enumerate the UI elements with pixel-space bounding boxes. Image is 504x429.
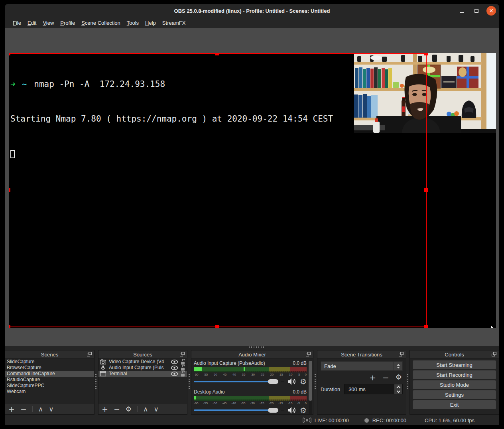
- menu-item-scene-collection[interactable]: Scene Collection: [78, 19, 124, 27]
- exit-button[interactable]: Exit: [413, 400, 496, 409]
- spinner-arrows-icon[interactable]: [394, 384, 402, 394]
- menu-item-profile[interactable]: Profile: [57, 19, 78, 27]
- speaker-icon: [287, 378, 296, 385]
- selection-handle[interactable]: [215, 325, 219, 328]
- toolbar-separator: [137, 406, 138, 412]
- scene-transitions-header[interactable]: Scene Transitions: [317, 350, 406, 359]
- scene-item-webcam[interactable]: Webcam: [5, 389, 94, 395]
- obs-window: OBS 25.0.8-modified (linux) - Profile: U…: [5, 4, 499, 425]
- audio-mixer-panel: Audio Mixer Audio Input Capture (PulseAu…: [191, 350, 313, 415]
- source-label: Terminal: [109, 371, 170, 377]
- visibility-toggle[interactable]: [171, 360, 178, 364]
- source-gear-icon[interactable]: ⚙: [126, 406, 132, 413]
- title-bar[interactable]: OBS 25.0.8-modified (linux) - Profile: U…: [5, 4, 499, 18]
- audio-mixer-header[interactable]: Audio Mixer: [191, 350, 313, 359]
- video-canvas[interactable]: ➜~nmap -Pn -A 172.24.93.158 Starting Nma…: [9, 53, 496, 328]
- meter-tick-labels: -60-55-50-45-40-35-30-25-20-15-10-50: [194, 401, 307, 405]
- slider-thumb[interactable]: [268, 408, 278, 413]
- selection-handle[interactable]: [9, 188, 10, 192]
- start-streaming-button[interactable]: Start Streaming: [413, 360, 496, 369]
- controls-title: Controls: [445, 352, 464, 358]
- selection-handle[interactable]: [424, 325, 428, 328]
- source-up-button[interactable]: ∧: [143, 406, 148, 413]
- selection-handle[interactable]: [9, 325, 10, 328]
- lock-toggle[interactable]: [180, 365, 185, 371]
- source-item-video-capture-device-v4[interactable]: Video Capture Device (V4: [98, 359, 187, 365]
- sources-panel: Sources Video Capture Device (V4Audio In…: [98, 350, 187, 415]
- volume-meter: [194, 367, 307, 371]
- source-item-audio-input-capture-puls[interactable]: Audio Input Capture (Puls: [98, 365, 187, 371]
- dock-resize-handle[interactable]: [189, 374, 190, 391]
- volume-meter: [194, 396, 307, 399]
- popout-icon[interactable]: [399, 352, 404, 356]
- controls-header[interactable]: Controls: [410, 350, 499, 359]
- eye-icon: [171, 360, 178, 364]
- selection-handle[interactable]: [424, 188, 428, 192]
- scene-up-button[interactable]: ∧: [38, 406, 43, 413]
- source-down-button[interactable]: ∨: [154, 406, 159, 413]
- scenes-title: Scenes: [41, 352, 58, 358]
- scenes-header[interactable]: Scenes: [5, 350, 94, 359]
- popout-icon[interactable]: [87, 352, 92, 356]
- visibility-toggle[interactable]: [171, 372, 178, 376]
- lock-toggle[interactable]: [180, 371, 185, 377]
- scene-down-button[interactable]: ∨: [49, 406, 53, 413]
- scene-item-rstudiocapture[interactable]: RstudioCapture: [5, 377, 94, 383]
- menu-item-streamfx[interactable]: StreamFX: [159, 19, 189, 27]
- mixer-gear-icon[interactable]: ⚙: [300, 378, 307, 386]
- source-plus-button[interactable]: +: [102, 405, 108, 413]
- menu-item-edit[interactable]: Edit: [24, 19, 39, 27]
- popout-icon[interactable]: [306, 352, 311, 356]
- mixer-channel-db: 0.0 dB: [293, 360, 307, 366]
- close-button[interactable]: ✕: [486, 6, 496, 16]
- live-status: LIVE: 00:00:00: [315, 417, 349, 423]
- scene-item-browsercapture[interactable]: BrowserCapture: [5, 365, 94, 371]
- dock-resize-handle[interactable]: [315, 374, 316, 391]
- scene-item-slidecapture[interactable]: SlideCapture: [5, 359, 94, 365]
- window-title: OBS 25.0.8-modified (linux) - Profile: U…: [174, 8, 330, 14]
- mixer-gear-icon[interactable]: ⚙: [300, 407, 307, 414]
- studio-mode-button[interactable]: Studio Mode: [413, 380, 496, 389]
- start-recording-button[interactable]: Start Recording: [413, 370, 496, 379]
- audio-mixer-body: Audio Input Capture (PulseAudio)0.0 dB-6…: [191, 359, 313, 414]
- volume-slider[interactable]: [194, 378, 284, 386]
- controls-panel: Controls Start StreamingStart RecordingS…: [410, 350, 499, 415]
- transition-select[interactable]: Fade: [321, 361, 403, 371]
- popout-icon[interactable]: [492, 352, 496, 356]
- visibility-toggle[interactable]: [171, 366, 178, 370]
- menu-item-tools[interactable]: Tools: [124, 19, 142, 27]
- slider-thumb[interactable]: [268, 379, 278, 384]
- mute-toggle-speaker-icon[interactable]: [287, 407, 296, 414]
- dock-resize-handle[interactable]: [249, 346, 265, 348]
- menu-item-help[interactable]: Help: [142, 19, 159, 27]
- minimize-button[interactable]: [458, 6, 467, 15]
- scene-plus-button[interactable]: +: [8, 405, 15, 413]
- add-transition-button[interactable]: +: [369, 374, 376, 382]
- transition-properties-gear-icon[interactable]: ⚙: [396, 374, 402, 382]
- source-label: Video Capture Device (V4: [109, 359, 170, 365]
- popout-icon[interactable]: [180, 352, 185, 356]
- lock-open-icon: [180, 365, 185, 371]
- duration-spinbox[interactable]: 300 ms: [344, 384, 403, 394]
- lock-toggle[interactable]: [180, 359, 185, 365]
- scene-minus-button[interactable]: −: [20, 405, 27, 413]
- mute-toggle-speaker-icon[interactable]: [287, 378, 296, 385]
- menu-bar: FileEditViewProfileScene CollectionTools…: [5, 18, 499, 28]
- scene-item-slidecaptureppc[interactable]: SlideCapturePPC: [5, 383, 94, 389]
- settings-button[interactable]: Settings: [413, 390, 496, 399]
- mixer-scrollbar[interactable]: [309, 361, 312, 415]
- combo-arrows-icon: [394, 362, 402, 370]
- scene-item-commandlinecapture[interactable]: CommandLineCapture: [5, 371, 94, 377]
- source-item-terminal[interactable]: Terminal: [98, 371, 187, 377]
- maximize-button[interactable]: [472, 6, 481, 15]
- menu-item-view[interactable]: View: [39, 19, 57, 27]
- dock-resize-handle[interactable]: [95, 374, 96, 391]
- webcam-source[interactable]: [354, 53, 496, 133]
- volume-slider[interactable]: [194, 406, 284, 414]
- source-minus-button[interactable]: −: [114, 405, 120, 413]
- dock-resize-handle[interactable]: [407, 374, 408, 391]
- sources-header[interactable]: Sources: [98, 350, 187, 359]
- remove-transition-button[interactable]: −: [382, 374, 389, 382]
- cpu-fps-status: CPU: 1.6%, 60.00 fps: [425, 417, 474, 423]
- menu-item-file[interactable]: File: [13, 19, 24, 27]
